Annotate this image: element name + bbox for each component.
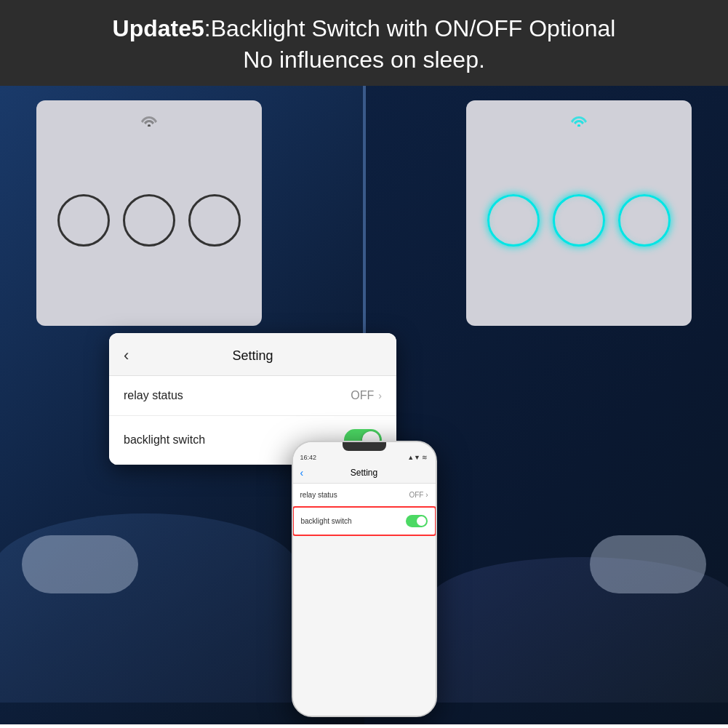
wifi-icon-left: [140, 113, 158, 130]
circle-btn-3-on[interactable]: [618, 194, 671, 247]
circle-btn-1-off[interactable]: [57, 194, 110, 247]
circle-btn-2-off[interactable]: [123, 194, 175, 247]
circles-row-on: [487, 194, 671, 247]
header-update-label: Update5: [113, 15, 204, 41]
header-line1-rest: :Backlight Switch with ON/OFF Optional: [204, 15, 616, 41]
phone-toggle-knob: [417, 516, 426, 526]
circle-btn-2-on[interactable]: [553, 194, 605, 247]
switch-panel-off: [36, 100, 262, 326]
phone-back-button[interactable]: ‹: [300, 467, 304, 479]
circle-btn-3-off[interactable]: [188, 194, 241, 247]
relay-status-value: OFF ›: [351, 389, 382, 402]
phone-relay-row[interactable]: relay status OFF ›: [293, 484, 436, 507]
main-scene: ‹ Setting relay status OFF › backlight s…: [0, 86, 728, 724]
phone-backlight-toggle[interactable]: [406, 515, 428, 527]
phone-relay-label: relay status: [300, 491, 337, 499]
svg-point-0: [148, 124, 151, 127]
pillow-right: [590, 535, 706, 593]
relay-status-chevron: ›: [378, 390, 382, 401]
switch-panel-on: [466, 100, 692, 326]
relay-status-label: relay status: [124, 389, 183, 402]
pillow-left: [22, 535, 138, 593]
phone-status-bar: 16:42 ▲▼ ≋: [293, 451, 436, 463]
relay-status-text: OFF: [351, 389, 374, 402]
wifi-icon-right: [570, 113, 588, 130]
circles-row-off: [57, 194, 241, 247]
phone-backlight-label: backlight switch: [301, 517, 352, 525]
header-line2: No influences on sleep.: [15, 44, 713, 76]
phone-setting-title: Setting: [351, 468, 377, 478]
svg-point-1: [577, 124, 580, 127]
circle-btn-1-on[interactable]: [487, 194, 540, 247]
phone-mockup: 16:42 ▲▼ ≋ ‹ Setting relay status OFF › …: [292, 441, 437, 717]
phone-setting-header: ‹ Setting: [293, 463, 436, 484]
relay-status-row[interactable]: relay status OFF ›: [109, 376, 396, 416]
header-line1: Update5:Backlight Switch with ON/OFF Opt…: [15, 13, 713, 44]
phone-backlight-row[interactable]: backlight switch: [292, 506, 436, 536]
backlight-switch-label: backlight switch: [124, 433, 205, 447]
switch-panels-container: [36, 100, 692, 326]
header-section: Update5:Backlight Switch with ON/OFF Opt…: [0, 0, 728, 86]
setting-header: ‹ Setting: [109, 333, 396, 376]
phone-notch: [343, 442, 386, 451]
phone-screen: 16:42 ▲▼ ≋ ‹ Setting relay status OFF › …: [293, 442, 436, 716]
phone-time: 16:42: [300, 454, 317, 461]
phone-signal: ▲▼ ≋: [407, 454, 428, 461]
setting-title: Setting: [232, 348, 273, 364]
back-button[interactable]: ‹: [124, 346, 129, 365]
phone-relay-value: OFF ›: [409, 491, 428, 499]
